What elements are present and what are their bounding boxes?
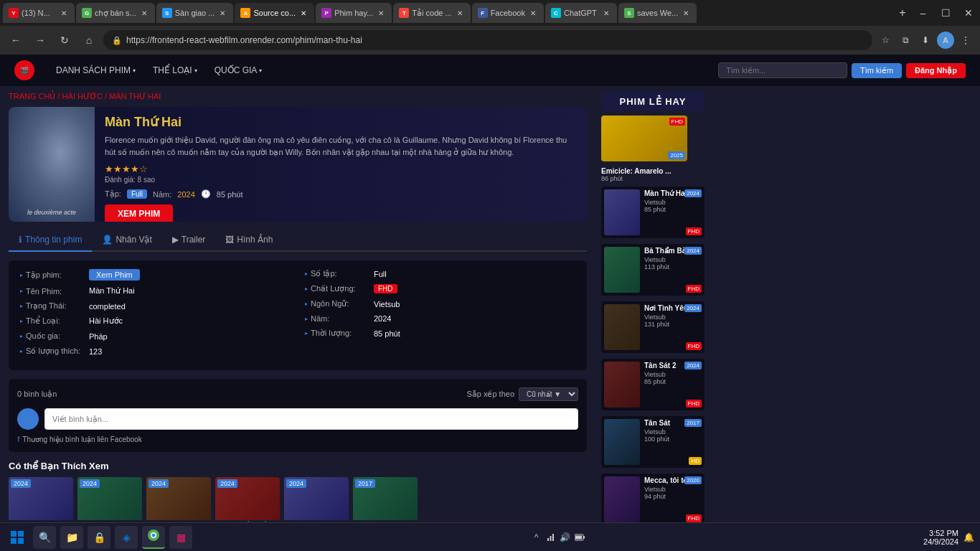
- sm-quality-badge: FHD: [686, 227, 702, 235]
- tab-thong-tin[interactable]: ℹ Thông tin phim: [9, 229, 92, 252]
- sm-quality-badge: HD: [689, 457, 702, 465]
- search-app[interactable]: 🔍: [33, 526, 56, 549]
- browser-tab-7[interactable]: C ChatGPT ✕: [545, 3, 617, 23]
- sidebar-movie-4[interactable]: Tân Sát Vietsub 100 phút 2017 HD: [601, 416, 705, 468]
- close-window-button[interactable]: ✕: [960, 4, 977, 22]
- tab-close-button[interactable]: ✕: [298, 8, 308, 18]
- search-input[interactable]: [718, 62, 847, 78]
- detail-value: Pháp: [89, 332, 108, 341]
- sort-select[interactable]: Cũ nhất ▼: [519, 387, 578, 401]
- meta-year-label: Năm:: [153, 190, 171, 199]
- sm-year-badge: 2024: [684, 247, 702, 255]
- notification-icon[interactable]: 🔔: [963, 532, 974, 543]
- security-app[interactable]: 🔒: [88, 526, 110, 549]
- new-tab-button[interactable]: +: [892, 3, 913, 23]
- detail-row-4: Quốc gia: Pháp: [20, 331, 291, 341]
- login-button[interactable]: Đăng Nhập: [906, 63, 966, 78]
- meta-type-badge: Full: [127, 189, 147, 199]
- nav-item-danh-sach[interactable]: DANH SÁCH PHIM ▾: [49, 61, 143, 80]
- sidebar-movie-0[interactable]: Màn Thứ Hai Vietsub 85 phút 2024 FHD: [601, 187, 705, 238]
- sidebar-movie-5[interactable]: Mecca, tôi tới đây Vietsub 94 phút 2020 …: [601, 474, 705, 525]
- menu-button[interactable]: ⋮: [957, 32, 974, 49]
- svg-rect-8: [550, 536, 551, 541]
- shield-icon: 🔒: [93, 532, 105, 543]
- facebook-icon: f: [17, 435, 19, 443]
- nav-menu: DANH SÁCH PHIM ▾ THỂ LOẠI ▾ QUỐC GIA ▾: [49, 61, 269, 80]
- back-button[interactable]: ←: [6, 30, 26, 50]
- browser-tab-6[interactable]: F Facebook ✕: [472, 3, 544, 23]
- minimize-button[interactable]: ‒: [914, 4, 931, 22]
- volume-icon[interactable]: 🔊: [560, 532, 571, 543]
- url-input[interactable]: 🔒 https://frontend-react-webfilm.onrende…: [103, 30, 872, 50]
- tab-label: Source co...: [253, 9, 296, 17]
- svg-rect-7: [547, 538, 549, 541]
- nav-item-the-loai[interactable]: THỂ LOẠI ▾: [146, 61, 204, 80]
- sm-thumb-img: [604, 247, 640, 293]
- tray-arrow[interactable]: ^: [531, 532, 542, 543]
- vscode-app[interactable]: ◈: [115, 526, 138, 549]
- refresh-button[interactable]: ↻: [55, 30, 75, 50]
- site-logo[interactable]: 🎬: [14, 60, 34, 80]
- sm-sub: Vietsub: [644, 428, 702, 435]
- browser-tab-0[interactable]: Y (13) N... ✕: [3, 3, 75, 23]
- app6-icon: ▦: [176, 532, 186, 543]
- chrome-app[interactable]: [142, 526, 165, 549]
- tab-close-button[interactable]: ✕: [59, 8, 69, 18]
- featured-movie[interactable]: FHD 2025: [601, 116, 687, 161]
- extensions-button[interactable]: ⧉: [897, 32, 914, 49]
- detail-label: Quốc gia:: [20, 331, 85, 341]
- tab-close-button[interactable]: ✕: [528, 8, 538, 18]
- tab-favicon: T: [399, 8, 409, 18]
- detail-label: Số lượng thích:: [20, 347, 85, 356]
- watch-button[interactable]: XEM PHIM: [105, 204, 173, 222]
- network-icon[interactable]: [545, 532, 557, 543]
- browser-tab-4[interactable]: P Phim hay... ✕: [316, 3, 392, 23]
- quality-badge: FHD: [374, 284, 397, 293]
- file-explorer-app[interactable]: 📁: [60, 526, 83, 549]
- tab-close-button[interactable]: ✕: [139, 8, 149, 18]
- meta-year: 2024: [177, 190, 194, 199]
- comment-input[interactable]: [44, 408, 578, 430]
- browser-tab-3[interactable]: A Source co... ✕: [235, 3, 314, 23]
- maximize-button[interactable]: ☐: [937, 4, 954, 22]
- tab-trailer[interactable]: ▶ Trailer: [162, 229, 216, 252]
- nav-item-quoc-gia[interactable]: QUỐC GIA ▾: [207, 61, 270, 80]
- address-bar-controls: ☆ ⧉ ⬇ A ⋮: [877, 32, 974, 49]
- tab-close-button[interactable]: ✕: [376, 8, 386, 18]
- forward-button[interactable]: →: [30, 30, 50, 50]
- detail-row-right-2: Ngôn Ngữ: Vietsub: [305, 299, 575, 309]
- url-text: https://frontend-react-webfilm.onrender.…: [126, 35, 362, 45]
- search-area: Tìm kiếm Đăng Nhập: [718, 62, 966, 78]
- dropdown-arrow: ▾: [194, 67, 197, 74]
- sidebar-movie-1[interactable]: Bà Thẩm Bão Thai Vietsub 113 phút 2024 F…: [601, 244, 705, 296]
- play-icon: ▶: [172, 235, 179, 245]
- download-button[interactable]: ⬇: [917, 32, 934, 49]
- tab-close-button[interactable]: ✕: [681, 8, 691, 18]
- movie-rating: Đánh giá: 8 sao: [105, 176, 577, 184]
- sm-duration: 85 phút: [644, 378, 702, 385]
- sidebar-movie-2[interactable]: Nơi Tình Yêu Kết... Vietsub 131 phút 202…: [601, 301, 705, 353]
- tab-close-button[interactable]: ✕: [601, 8, 611, 18]
- sidebar-movie-3[interactable]: Tân Sát 2 Vietsub 85 phút 2024 FHD: [601, 359, 705, 410]
- tab-nhan-vat[interactable]: 👤 Nhân Vật: [92, 229, 161, 252]
- browser-tab-5[interactable]: T Tải code ... ✕: [393, 3, 470, 23]
- start-button[interactable]: [6, 526, 29, 549]
- comment-avatar: [17, 408, 39, 430]
- tap-btn[interactable]: Xem Phim: [89, 269, 140, 281]
- home-button[interactable]: ⌂: [79, 30, 99, 50]
- tab-close-button[interactable]: ✕: [217, 8, 227, 18]
- browser-tab-1[interactable]: G chợ bán s... ✕: [76, 3, 155, 23]
- tab-favicon: Y: [9, 8, 19, 18]
- battery-icon[interactable]: [574, 532, 585, 543]
- app6[interactable]: ▦: [169, 526, 192, 549]
- bookmark-button[interactable]: ☆: [877, 32, 894, 49]
- sm-thumb: [604, 419, 640, 465]
- detail-label: Tên Phim:: [20, 287, 85, 296]
- tab-close-button[interactable]: ✕: [455, 8, 465, 18]
- profile-icon[interactable]: A: [937, 32, 954, 49]
- tab-hinh-anh[interactable]: 🖼 Hình Ảnh: [215, 229, 283, 252]
- browser-tab-8[interactable]: S saves We... ✕: [618, 3, 697, 23]
- search-button[interactable]: Tìm kiếm: [852, 63, 902, 78]
- hero-poster: le deuxième acte: [9, 107, 95, 222]
- browser-tab-2[interactable]: S Sàn giao ... ✕: [156, 3, 234, 23]
